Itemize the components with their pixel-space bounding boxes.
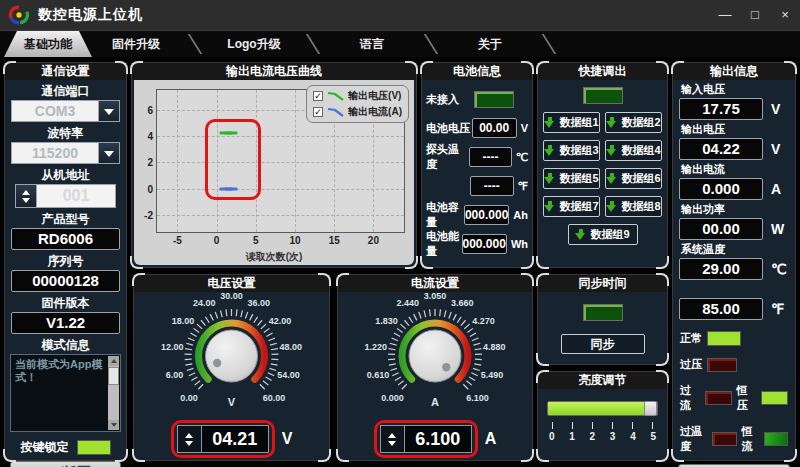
voltage-set-value[interactable]: 04.21	[202, 426, 268, 452]
battery-voltage-unit: V	[521, 122, 528, 134]
close-icon[interactable]: ×	[770, 0, 800, 30]
constant-voltage-label: 恒压	[737, 383, 756, 413]
panel-current-setting: 电流设置 A0.0000.6101.2201.8302.4403.0503.66…	[337, 274, 533, 461]
system-temp-f-unit: ℉	[771, 301, 784, 317]
panel-voltage-setting: 电压设置 V0.006.0012.0018.0024.0030.0036.004…	[133, 274, 330, 461]
data-group-9-button[interactable]: 数据组9	[568, 224, 638, 245]
current-knob[interactable]: A0.0000.6101.2201.8302.4403.0503.6604.27…	[338, 292, 532, 418]
legend-label: 输出电流(A)	[348, 105, 402, 119]
panel-corner	[536, 449, 549, 462]
stepper-arrows-icon[interactable]	[15, 184, 37, 208]
probe-temp-f-value: ----	[470, 176, 513, 196]
slave-address-label: 从机地址	[5, 168, 126, 182]
product-model-label: 产品型号	[5, 212, 126, 226]
current-set-unit: A	[485, 430, 497, 448]
slave-address-stepper[interactable]: 001	[15, 184, 116, 208]
system-temp-f-value: 85.00	[679, 298, 763, 320]
chevron-down-icon[interactable]	[99, 142, 120, 164]
panel-corner	[536, 353, 549, 366]
panel-corner	[656, 256, 669, 269]
mode-info-textarea[interactable]: 当前模式为App模式！	[10, 354, 121, 432]
scrollbar-thumb[interactable]	[108, 367, 119, 385]
voltage-annotation-ring: 04.21	[171, 420, 275, 458]
data-group-6-button[interactable]: 数据组6	[605, 168, 662, 189]
tab-basic-functions[interactable]: 基础功能	[4, 31, 92, 57]
baud-rate-value[interactable]: 115200	[11, 142, 99, 164]
knob-scale-label: 54.00	[277, 370, 300, 380]
battery-capacity-label: 电池容量	[426, 200, 464, 230]
tab-about[interactable]: 关于	[446, 31, 534, 57]
battery-capacity-value: 000.000	[464, 205, 509, 225]
chart-legend: 输出电压(V) 输出电流(A)	[306, 85, 409, 123]
data-group-5-button[interactable]: 数据组5	[543, 168, 600, 189]
panel-title: 输出电流电压曲线	[132, 63, 416, 80]
probe-temp-c-unit: ℃	[516, 151, 528, 164]
panel-title: 电池信息	[422, 63, 532, 80]
maximize-icon[interactable]: □	[740, 0, 770, 30]
firmware-version-label: 固件版本	[5, 296, 126, 310]
x-tick-label: 5	[253, 235, 259, 246]
panel-output-curve: 输出电流电压曲线 -505101520-20246 读取次数(次) 输出电压(V…	[131, 62, 417, 268]
output-current-unit: A	[771, 181, 781, 197]
baud-rate-dropdown[interactable]: 115200	[11, 142, 120, 164]
download-arrow-icon	[544, 173, 555, 184]
knob-scale-label: 48.00	[279, 342, 302, 352]
data-group-8-button[interactable]: 数据组8	[605, 196, 662, 217]
chevron-down-icon[interactable]	[99, 100, 120, 122]
brightness-slider[interactable]	[547, 401, 658, 416]
knob-scale-label: 12.00	[161, 342, 184, 352]
knob-scale-label: 0.00	[180, 393, 198, 403]
checkbox-checked-icon[interactable]	[313, 107, 323, 117]
tab-logo-upgrade[interactable]: Logo升级	[210, 31, 298, 57]
serial-number-label: 序列号	[5, 254, 126, 268]
keylock-led	[77, 440, 111, 455]
comm-port-label: 通信端口	[5, 84, 126, 98]
stepper-arrows-icon[interactable]	[178, 426, 202, 452]
scroll-down-icon[interactable]	[108, 420, 119, 430]
output-power-label: 输出功率	[673, 202, 795, 217]
comm-port-dropdown[interactable]: COM3	[11, 100, 120, 122]
data-group-1-button[interactable]: 数据组1	[543, 112, 600, 133]
tab-language[interactable]: 语言	[328, 31, 416, 57]
input-voltage-label: 输入电压	[673, 82, 795, 97]
over-current-label: 过流	[680, 383, 700, 413]
scrollbar[interactable]	[108, 356, 119, 430]
data-group-7-button[interactable]: 数据组7	[543, 196, 600, 217]
output-power-unit: W	[771, 221, 784, 237]
download-arrow-icon	[606, 201, 617, 212]
current-set-stepper[interactable]: 6.100	[380, 425, 472, 453]
mode-info-label: 模式信息	[5, 338, 126, 352]
panel-title: 输出信息	[673, 63, 795, 80]
comm-port-value[interactable]: COM3	[11, 100, 99, 122]
data-group-3-button[interactable]: 数据组3	[543, 140, 600, 161]
slave-address-value[interactable]: 001	[37, 184, 116, 208]
minimize-icon[interactable]: —	[710, 0, 740, 30]
checkbox-checked-icon[interactable]	[313, 91, 323, 101]
y-tick-label: -2	[144, 209, 153, 220]
panel-title: 通信设置	[5, 63, 126, 80]
knob-scale-label: 2.440	[396, 298, 419, 308]
stepper-arrows-icon[interactable]	[381, 426, 405, 452]
system-temp-c-unit: ℃	[771, 261, 787, 277]
legend-item-current: 输出电流(A)	[313, 105, 402, 119]
battery-connection-row: 未接入	[426, 89, 528, 109]
battery-capacity-unit: Ah	[513, 209, 528, 221]
mode-info-text: 当前模式为App模式！	[11, 355, 120, 387]
data-group-2-button[interactable]: 数据组2	[605, 112, 662, 133]
tab-firmware-upgrade[interactable]: 固件升级	[92, 31, 180, 57]
voltage-knob[interactable]: V0.006.0012.0018.0024.0030.0036.0042.004…	[134, 292, 329, 418]
legend-line-voltage-icon	[327, 90, 344, 102]
panel-communication-settings: 通信设置 通信端口 COM3 波特率 115200 从机地址 001 产品型号 …	[4, 62, 127, 461]
gridline	[295, 90, 296, 232]
scroll-up-icon[interactable]	[108, 356, 119, 366]
data-group-4-button[interactable]: 数据组4	[605, 140, 662, 161]
panel-title: 亮度调节	[538, 372, 667, 389]
y-tick-label: 0	[147, 183, 153, 194]
disconnect-button[interactable]: ⟳ 断开	[10, 461, 121, 467]
battery-voltage-label: 电池电压	[426, 121, 472, 136]
voltage-set-stepper[interactable]: 04.21	[177, 425, 269, 453]
current-set-value[interactable]: 6.100	[405, 426, 471, 452]
battery-energy-label: 电池能量	[426, 229, 462, 259]
brightness-slider-handle[interactable]	[644, 401, 657, 416]
sync-button[interactable]: 同步	[561, 334, 645, 354]
